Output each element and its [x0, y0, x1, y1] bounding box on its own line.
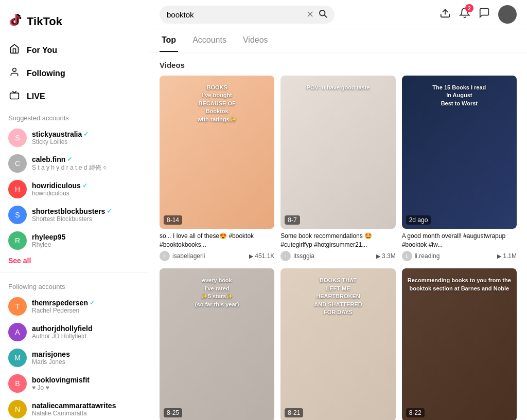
content-area: Videos BOOKSI've boughtBECAUSE OFBooktok… [149, 52, 527, 420]
video-overlay-v1: BOOKSI've boughtBECAUSE OFBooktokwith ra… [160, 80, 274, 127]
nav-label-for-you: For You [27, 46, 57, 55]
user-avatar[interactable] [498, 5, 517, 24]
video-label-v3: 2d ago [406, 215, 431, 225]
svg-line-3 [324, 15, 326, 17]
video-card-v3[interactable]: The 15 Books I readIn AugustBest to Wors… [402, 76, 517, 262]
nav-item-for-you[interactable]: For You [0, 39, 149, 62]
nav-icon-live [8, 90, 21, 103]
video-author-row-v2: I itssggia ▶ 3.3M [280, 251, 395, 261]
video-overlay-v5: BOOKS THATLEFT MEHEARTBROKENAND SHATTERE… [280, 272, 395, 320]
account-info-caleb_finn: caleb.finn✓ S t a y h y d r a t e d 縛俺々 [32, 155, 108, 172]
account-name-nataliecammarattawrites: nataliecammarattawrites [32, 401, 116, 410]
nav-label-following: Following [27, 69, 65, 78]
following-account-authorjdhollyfield[interactable]: A authorjdhollyfield Author JD Hollyfiel… [0, 319, 149, 345]
account-name-howridiculous: howridiculous✓ [32, 181, 87, 190]
account-info-howridiculous: howridiculous✓ howridiculous [32, 181, 87, 197]
clear-icon[interactable]: ✕ [306, 9, 314, 20]
tab-videos[interactable]: Videos [241, 29, 270, 52]
video-thumb-v5: BOOKS THATLEFT MEHEARTBROKENAND SHATTERE… [280, 268, 395, 420]
logo-text: TikTok [27, 15, 62, 28]
account-name-booklovingmisfit: booklovingmisfit [32, 376, 90, 384]
verified-icon: ✓ [83, 131, 89, 138]
verified-icon: ✓ [90, 299, 95, 306]
account-name-caleb_finn: caleb.finn✓ [32, 155, 108, 163]
account-sub-howridiculous: howridiculous [32, 190, 87, 197]
account-sub-booklovingmisfit: ♥️ Jo ♥️ [32, 384, 90, 391]
suggested-account-rhyleep95[interactable]: R rhyleep95 Rhylee [0, 228, 149, 253]
following-account-nataliecammarattawrites[interactable]: N nataliecammarattawrites Natalie Cammar… [0, 396, 149, 420]
upload-icon[interactable] [440, 7, 451, 22]
videos-section-label: Videos [160, 61, 517, 69]
account-info-themrspedersen: themrspedersen✓ Rachel Pedersen [32, 299, 95, 314]
tab-accounts[interactable]: Accounts [190, 29, 229, 52]
view-count-v2: ▶ 3.3M [376, 252, 396, 260]
video-card-v4[interactable]: every booki've rated✨5 stars✨(so far thi… [160, 268, 274, 420]
avatar-shortestblockbusters: S [8, 206, 27, 224]
video-grid: BOOKSI've boughtBECAUSE OFBooktokwith ra… [160, 76, 517, 420]
mini-avatar-v3: L [402, 251, 412, 261]
play-icon-v2: ▶ [376, 253, 380, 260]
view-count-v1: ▶ 451.1K [249, 252, 274, 260]
video-overlay-v2: POV: u have good taste [280, 80, 395, 96]
following-account-booklovingmisfit[interactable]: B booklovingmisfit ♥️ Jo ♥️ [0, 371, 149, 396]
nav-icon-following [8, 67, 21, 80]
verified-icon: ✓ [67, 156, 72, 163]
tab-top[interactable]: Top [160, 29, 178, 52]
video-author-v2: I itssggia [280, 251, 314, 261]
suggested-account-howridiculous[interactable]: H howridiculous✓ howridiculous [0, 176, 149, 202]
suggested-account-stickyaustralia[interactable]: S stickyaustralia✓ Sticky Lollies [0, 125, 149, 151]
account-sub-stickyaustralia: Sticky Lollies [32, 138, 89, 145]
video-label-v6: 8-22 [406, 408, 425, 417]
view-count-v3: ▶ 1.1M [497, 252, 517, 260]
account-sub-shortestblockbusters: Shortest Blockbusters [32, 215, 112, 223]
suggested-account-caleb_finn[interactable]: C caleb.finn✓ S t a y h y d r a t e d 縛俺… [0, 151, 149, 176]
video-author-row-v1: I isabellagerli ▶ 451.1K [160, 251, 274, 261]
sidebar: TikTok For YouFollowingLIVE Suggested ac… [0, 0, 149, 420]
search-icon[interactable] [318, 9, 327, 21]
video-author-v1: I isabellagerli [160, 251, 205, 261]
verified-icon: ✓ [82, 182, 87, 189]
search-input[interactable] [167, 10, 302, 19]
following-account-themrspedersen[interactable]: T themrspedersen✓ Rachel Pedersen [0, 294, 149, 319]
video-card-v5[interactable]: BOOKS THATLEFT MEHEARTBROKENAND SHATTERE… [280, 268, 395, 420]
video-overlay-v4: every booki've rated✨5 stars✨(so far thi… [160, 272, 274, 313]
views-v1: 451.1K [255, 252, 274, 260]
video-card-v2[interactable]: POV: u have good taste 8-7 Some book rec… [280, 76, 395, 262]
see-all-link[interactable]: See all [0, 253, 39, 268]
video-thumb-v3: The 15 Books I readIn AugustBest to Wors… [402, 76, 517, 229]
avatar-stickyaustralia: S [8, 129, 27, 147]
video-author-v3: L li.reading [402, 251, 440, 261]
views-v3: 1.1M [503, 252, 517, 260]
account-name-marisjones: marisjones [32, 350, 70, 358]
account-info-nataliecammarattawrites: nataliecammarattawrites Natalie Cammarat… [32, 401, 116, 417]
video-thumb-v6: Recommending books to you from the bookt… [402, 268, 517, 420]
avatar-nataliecammarattawrites: N [8, 400, 27, 418]
video-desc-v1: so... I love all of these😍 #booktok #boo… [160, 232, 274, 249]
mini-avatar-v2: I [280, 251, 291, 261]
video-label-v2: 8-7 [285, 215, 300, 225]
video-card-v1[interactable]: BOOKSI've boughtBECAUSE OFBooktokwith ra… [160, 76, 274, 262]
svg-point-0 [13, 68, 16, 72]
notification-badge: 2 [465, 4, 473, 12]
account-info-rhyleep95: rhyleep95 Rhylee [32, 233, 65, 248]
suggested-account-shortestblockbusters[interactable]: S shortestblockbusters✓ Shortest Blockbu… [0, 202, 149, 228]
video-card-v6[interactable]: Recommending books to you from the bookt… [402, 268, 517, 420]
author-name-v3: li.reading [415, 252, 440, 260]
video-overlay-v6: Recommending books to you from the bookt… [402, 272, 517, 297]
account-info-booklovingmisfit: booklovingmisfit ♥️ Jo ♥️ [32, 376, 90, 391]
nav-item-live[interactable]: LIVE [0, 85, 149, 108]
video-desc-v2: Some book recommendations 🤩 #cutegirlfyp… [280, 232, 395, 249]
video-desc-v3: A good month overall! #augustwrapup #boo… [402, 232, 517, 249]
following-account-marisjones[interactable]: M marisjones Maris Jones [0, 345, 149, 371]
video-meta-v2: Some book recommendations 🤩 #cutegirlfyp… [280, 229, 395, 263]
avatar-authorjdhollyfield: A [8, 323, 27, 341]
video-meta-v1: so... I love all of these😍 #booktok #boo… [160, 229, 274, 263]
nav-item-following[interactable]: Following [0, 62, 149, 85]
messages-icon[interactable] [479, 7, 490, 22]
notification-icon[interactable]: 2 [459, 7, 470, 22]
avatar-marisjones: M [8, 349, 27, 367]
account-name-rhyleep95: rhyleep95 [32, 233, 65, 241]
tabs-bar: TopAccountsVideos [149, 29, 527, 52]
avatar-caleb_finn: C [8, 154, 27, 173]
search-bar: ✕ [160, 6, 335, 24]
